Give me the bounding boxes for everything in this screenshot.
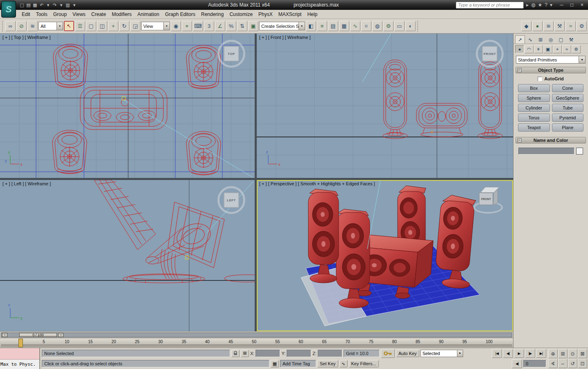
key-filters-button[interactable]: Key Filters... [349, 360, 379, 367]
layer-manager-icon[interactable]: ▤ [328, 21, 338, 31]
key-mode-dropdown[interactable]: Selected ▾ [421, 350, 463, 357]
tube-button[interactable]: Tube [552, 104, 584, 112]
dropdown-arrow-icon[interactable]: ▾ [163, 22, 170, 30]
object-name-field[interactable] [518, 148, 574, 155]
zoom-icon[interactable]: ⊕ [548, 349, 558, 358]
bind-to-space-warp-icon[interactable]: ≋ [27, 21, 38, 31]
autogrid-checkbox[interactable] [538, 77, 542, 81]
physx-toolbar-icon[interactable]: ◆ [521, 21, 531, 31]
workspace-dropdown-icon[interactable]: ▾ [71, 1, 77, 9]
menu-group[interactable]: Group [50, 10, 70, 18]
physx-cloth-icon[interactable]: ≋ [543, 21, 554, 31]
collapse-icon[interactable]: − [518, 68, 522, 72]
shapes-category-icon[interactable]: ◠ [525, 45, 534, 53]
mirror-icon[interactable]: ◧ [306, 21, 316, 31]
material-editor-icon[interactable]: ◍ [372, 21, 382, 31]
toolbar-grip[interactable] [2, 21, 4, 32]
macro-recorder-pane[interactable] [0, 348, 39, 360]
keyboard-override-icon[interactable]: ⌨ [193, 21, 203, 31]
y-coord-field[interactable] [287, 350, 311, 357]
viewcube-left[interactable]: LEFT [216, 185, 247, 215]
redo-dropdown-icon[interactable]: ▾ [58, 1, 64, 9]
viewport-front-label[interactable]: [ + ] [ Front ] [ Wireframe ] [259, 35, 311, 40]
previous-frame-arrow[interactable]: < [2, 333, 7, 337]
percent-snap-icon[interactable]: % [226, 21, 236, 31]
object-color-swatch[interactable] [576, 148, 583, 155]
track-bar-frame-handle[interactable] [18, 339, 23, 347]
hierarchy-tab-icon[interactable]: ⊞ [536, 35, 545, 43]
box-button[interactable]: Box [518, 84, 550, 92]
modify-tab-icon[interactable]: ∿ [525, 35, 535, 43]
orbit-icon[interactable]: ↺ [568, 359, 577, 368]
z-coord-field[interactable] [318, 350, 342, 357]
align-icon[interactable]: ≡ [317, 21, 327, 31]
toolbar-grip[interactable] [417, 21, 419, 32]
menu-edit[interactable]: Edit [19, 10, 33, 18]
window-crossing-icon[interactable]: ◫ [97, 21, 107, 31]
render-setup-icon[interactable]: ⚙ [383, 21, 394, 31]
dropdown-arrow-icon[interactable]: ▾ [579, 56, 585, 63]
redo-icon[interactable]: ↷ [52, 1, 58, 9]
render-production-icon[interactable]: ◐ [405, 21, 416, 31]
viewport-top[interactable]: y x z [ + ] [ Top ] [ Wireframe ] TOP [0, 34, 255, 178]
name-color-rollout-header[interactable]: − Name and Color [516, 137, 586, 144]
new-scene-icon[interactable]: ▢ [19, 1, 25, 9]
torus-button[interactable]: Torus [518, 114, 550, 122]
viewcube-perspective[interactable]: FRONT [473, 185, 505, 214]
previous-key-button[interactable]: ◀| [512, 359, 522, 368]
menu-help[interactable]: Help [304, 10, 320, 18]
dropdown-arrow-icon[interactable]: ▾ [57, 22, 63, 30]
next-frame-arrow[interactable]: > [58, 333, 63, 337]
select-object-icon[interactable]: ↖ [64, 21, 74, 31]
selection-lock-icon[interactable] [231, 350, 240, 357]
viewport-front[interactable]: z x [ + ] [ Front ] [ Wireframe ] FRONT [257, 34, 513, 178]
schematic-view-icon[interactable]: ⌗ [361, 21, 371, 31]
zoom-extents-all-icon[interactable]: ⊠ [578, 349, 587, 358]
go-to-start-button[interactable]: |◀ [492, 349, 502, 358]
dropdown-arrow-icon[interactable]: ▾ [457, 350, 463, 357]
absolute-offset-toggle-icon[interactable]: ⊞ [241, 350, 249, 357]
select-and-link-icon[interactable]: ∞ [5, 21, 16, 31]
set-keys-icon[interactable] [381, 349, 395, 358]
select-by-name-icon[interactable]: ☰ [75, 21, 85, 31]
unlink-selection-icon[interactable]: ⊘ [16, 21, 27, 31]
field-of-view-icon[interactable]: ∢ [548, 359, 558, 368]
time-slider-handle[interactable]: 0 / 100 [19, 333, 57, 337]
menu-create[interactable]: Create [88, 10, 109, 18]
space-warps-category-icon[interactable]: ≈ [562, 45, 571, 53]
lights-category-icon[interactable]: ☀ [534, 45, 543, 53]
select-and-rotate-icon[interactable]: ↻ [119, 21, 129, 31]
pan-icon[interactable]: ⇔ [558, 359, 568, 368]
viewcube-face[interactable]: FRONT [479, 193, 493, 205]
physx-ragdoll-icon[interactable]: ⚒ [554, 21, 565, 31]
open-file-icon[interactable]: ▤ [25, 1, 32, 9]
named-selection-sets-icon[interactable]: ▣ [248, 21, 258, 31]
favorites-icon[interactable]: ★ [538, 2, 543, 8]
menu-graph-editors[interactable]: Graph Editors [162, 10, 198, 18]
undo-dropdown-icon[interactable]: ▾ [45, 1, 51, 9]
menu-tools[interactable]: Tools [33, 10, 50, 18]
physx-settings-icon[interactable]: ⚙ [577, 21, 587, 31]
select-and-scale-icon[interactable]: ◲ [130, 21, 140, 31]
time-tag-icon[interactable]: ▦ [271, 360, 279, 367]
use-pivot-center-icon[interactable]: ◉ [171, 21, 181, 31]
pyramid-button[interactable]: Pyramid [552, 114, 584, 122]
maxscript-mini-listener[interactable]: Max to Physc. [0, 348, 40, 369]
motion-tab-icon[interactable]: ◎ [546, 35, 556, 43]
collapse-icon[interactable]: − [518, 138, 522, 142]
close-button[interactable]: × [577, 1, 587, 9]
physx-rigid-body-icon[interactable]: ● [532, 21, 543, 31]
zoom-extents-icon[interactable]: ⊙ [568, 349, 577, 358]
angle-snap-icon[interactable]: ∠ [215, 21, 225, 31]
primitives-dropdown[interactable]: Standard Primitives ▾ [516, 56, 586, 64]
search-go-icon[interactable]: ▸ [526, 2, 529, 8]
viewcube-front[interactable]: FRONT [475, 39, 505, 69]
menu-physx[interactable]: PhysX [256, 10, 276, 18]
track-bar[interactable]: 0510152025303540455055606570758085909510… [0, 338, 513, 348]
menu-animation[interactable]: Animation [135, 10, 162, 18]
physx-wind-icon[interactable]: ≈ [565, 21, 576, 31]
communication-center-icon[interactable]: ◍ [531, 2, 535, 8]
help-dropdown-icon[interactable]: ▾ [550, 2, 552, 8]
select-and-manipulate-icon[interactable]: ⌖ [182, 21, 192, 31]
snaps-toggle-icon[interactable]: 3 [204, 21, 214, 31]
